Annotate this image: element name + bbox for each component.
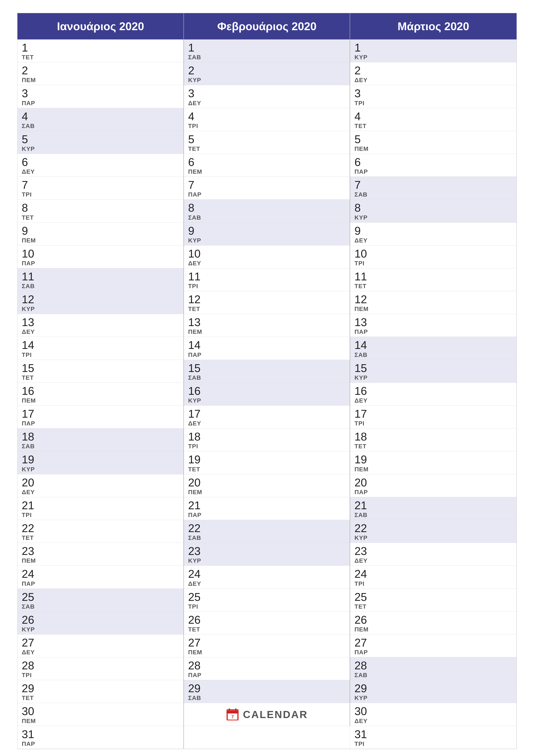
mar-day-9: 9ΔΕΥ (350, 223, 517, 245)
jan-day-31: 31ΠΑΡ (17, 726, 184, 749)
feb-day-7: 7ΠΑΡ (184, 177, 350, 200)
feb-day-4: 4ΤΡΙ (184, 108, 350, 131)
feb-day-17: 17ΔΕΥ (184, 406, 350, 428)
mar-day-4: 4ΤΕΤ (350, 108, 517, 131)
jan-day-2: 2ΠΕΜ (17, 62, 184, 85)
jan-day-18: 18ΣΑΒ (17, 428, 184, 451)
jan-day-28: 28ΤΡΙ (17, 657, 184, 680)
jan-day-13: 13ΔΕΥ (17, 314, 184, 337)
jan-day-21: 21ΤΡΙ (17, 497, 184, 520)
calendar-grid: Ιανουάριος 2020 Φεβρουάριος 2020 Μάρτιος… (17, 13, 517, 749)
svg-rect-5 (235, 708, 237, 711)
mar-day-2: 2ΔΕΥ (350, 62, 517, 85)
feb-day-19: 19ΤΕΤ (184, 451, 350, 474)
mar-day-6: 6ΠΑΡ (350, 154, 517, 177)
month-header-jan: Ιανουάριος 2020 (17, 13, 184, 40)
jan-day-22: 22ΤΕΤ (17, 520, 184, 543)
jan-day-12: 12ΚΥΡ (17, 291, 184, 314)
feb-day-29: 29ΣΑΒ (184, 680, 350, 703)
jan-day-30: 30ΠΕΜ (17, 703, 184, 726)
jan-day-14: 14ΤΡΙ (17, 337, 184, 360)
month-header-mar: Μάρτιος 2020 (350, 13, 517, 40)
svg-rect-2 (226, 712, 239, 713)
mar-day-21: 21ΣΑΒ (350, 497, 517, 520)
mar-day-30: 30ΔΕΥ (350, 703, 517, 726)
calendar-logo: 7 CALENDAR (184, 703, 350, 726)
mar-day-29: 29ΚΥΡ (350, 680, 517, 703)
feb-day-18: 18ΤΡΙ (184, 428, 350, 451)
mar-day-26: 26ΠΕΜ (350, 611, 517, 634)
mar-day-18: 18ΤΕΤ (350, 428, 517, 451)
jan-day-26: 26ΚΥΡ (17, 611, 184, 634)
jan-day-8: 8ΤΕΤ (17, 200, 184, 222)
jan-day-23: 23ΠΕΜ (17, 543, 184, 566)
mar-day-24: 24ΤΡΙ (350, 566, 517, 588)
jan-day-25: 25ΣΑΒ (17, 589, 184, 611)
feb-day-23: 23ΚΥΡ (184, 543, 350, 566)
feb-day-1: 1ΣΑΒ (184, 40, 350, 62)
jan-day-6: 6ΔΕΥ (17, 154, 184, 177)
feb-day-25: 25ΤΡΙ (184, 589, 350, 611)
feb-day-2: 2ΚΥΡ (184, 62, 350, 85)
jan-day-17: 17ΠΑΡ (17, 406, 184, 428)
mar-day-17: 17ΤΡΙ (350, 406, 517, 428)
mar-day-15: 15ΚΥΡ (350, 360, 517, 383)
feb-day-9: 9ΚΥΡ (184, 223, 350, 245)
mar-day-5: 5ΠΕΜ (350, 131, 517, 154)
jan-day-4: 4ΣΑΒ (17, 108, 184, 131)
feb-day-11: 11ΤΡΙ (184, 268, 350, 291)
mar-day-25: 25ΤΕΤ (350, 589, 517, 611)
jan-day-11: 11ΣΑΒ (17, 268, 184, 291)
mar-day-1: 1ΚΥΡ (350, 40, 517, 62)
feb-day-13: 13ΠΕΜ (184, 314, 350, 337)
jan-day-24: 24ΠΑΡ (17, 566, 184, 588)
jan-day-5: 5ΚΥΡ (17, 131, 184, 154)
feb-day-26: 26ΤΕΤ (184, 611, 350, 634)
feb-empty-31 (184, 726, 350, 749)
mar-day-14: 14ΣΑΒ (350, 337, 517, 360)
jan-day-3: 3ΠΑΡ (17, 85, 184, 108)
jan-day-15: 15ΤΕΤ (17, 360, 184, 383)
mar-day-7: 7ΣΑΒ (350, 177, 517, 200)
mar-day-11: 11ΤΕΤ (350, 268, 517, 291)
jan-day-1: 1ΤΕΤ (17, 40, 184, 62)
feb-day-10: 10ΔΕΥ (184, 245, 350, 268)
mar-day-12: 12ΠΕΜ (350, 291, 517, 314)
feb-day-12: 12ΤΕΤ (184, 291, 350, 314)
jan-day-16: 16ΠΕΜ (17, 383, 184, 406)
month-header-feb: Φεβρουάριος 2020 (184, 13, 350, 40)
mar-day-23: 23ΔΕΥ (350, 543, 517, 566)
feb-day-5: 5ΤΕΤ (184, 131, 350, 154)
jan-day-20: 20ΔΕΥ (17, 474, 184, 497)
feb-day-6: 6ΠΕΜ (184, 154, 350, 177)
svg-rect-4 (229, 708, 230, 711)
calendar-icon: 7 (226, 708, 240, 721)
jan-day-29: 29ΤΕΤ (17, 680, 184, 703)
jan-day-9: 9ΠΕΜ (17, 223, 184, 245)
feb-day-27: 27ΠΕΜ (184, 634, 350, 657)
feb-day-8: 8ΣΑΒ (184, 200, 350, 222)
calendar-logo-text: CALENDAR (243, 709, 308, 720)
mar-day-16: 16ΔΕΥ (350, 383, 517, 406)
feb-day-15: 15ΣΑΒ (184, 360, 350, 383)
feb-day-21: 21ΠΑΡ (184, 497, 350, 520)
mar-day-28: 28ΣΑΒ (350, 657, 517, 680)
svg-text:7: 7 (231, 714, 234, 719)
mar-day-22: 22ΚΥΡ (350, 520, 517, 543)
jan-day-19: 19ΚΥΡ (17, 451, 184, 474)
mar-day-3: 3ΤΡΙ (350, 85, 517, 108)
feb-day-14: 14ΠΑΡ (184, 337, 350, 360)
mar-day-13: 13ΠΑΡ (350, 314, 517, 337)
feb-day-24: 24ΔΕΥ (184, 566, 350, 588)
feb-day-28: 28ΠΑΡ (184, 657, 350, 680)
mar-day-20: 20ΠΑΡ (350, 474, 517, 497)
feb-day-16: 16ΚΥΡ (184, 383, 350, 406)
jan-day-7: 7ΤΡΙ (17, 177, 184, 200)
feb-day-3: 3ΔΕΥ (184, 85, 350, 108)
feb-day-20: 20ΠΕΜ (184, 474, 350, 497)
feb-day-22: 22ΣΑΒ (184, 520, 350, 543)
mar-day-8: 8ΚΥΡ (350, 200, 517, 222)
mar-day-27: 27ΠΑΡ (350, 634, 517, 657)
mar-day-10: 10ΤΡΙ (350, 245, 517, 268)
jan-day-27: 27ΔΕΥ (17, 634, 184, 657)
